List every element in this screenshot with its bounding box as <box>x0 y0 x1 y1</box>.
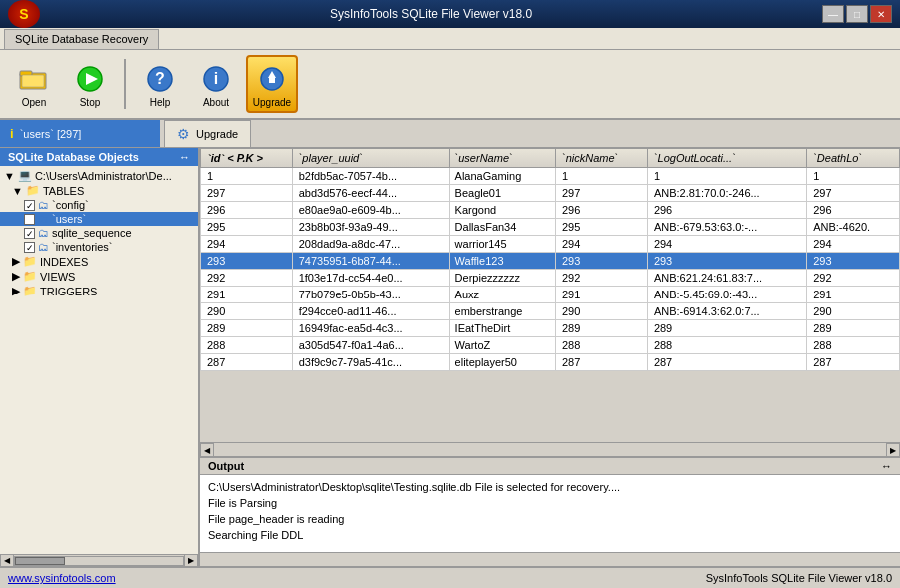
menu-tab-recovery[interactable]: SQLite Database Recovery <box>4 29 159 49</box>
tree-item[interactable]: 🗂 `inventories` <box>0 240 198 254</box>
cell-uuid: d3f9c9c7-79a5-41c... <box>292 354 449 371</box>
cell-death: 293 <box>807 253 900 270</box>
cell-id: 295 <box>201 219 293 236</box>
cell-death: 296 <box>807 202 900 219</box>
checkbox[interactable] <box>24 200 35 211</box>
cell-id: 296 <box>201 202 293 219</box>
scroll-left-btn2[interactable]: ◀ <box>200 443 214 457</box>
upgrade-info-tab[interactable]: ⚙ Upgrade <box>164 120 251 147</box>
data-table-container[interactable]: `id` < P.K >`player_uuid``userName``nick… <box>200 148 900 442</box>
column-header-logout[interactable]: `LogOutLocati...` <box>647 149 806 168</box>
left-scrollbar[interactable]: ◀ ▶ <box>0 554 198 566</box>
upgrade-button[interactable]: Upgrade <box>246 55 298 113</box>
table-row[interactable]: 29177b079e5-0b5b-43...Auxz291ANB:-5.45:6… <box>201 287 900 303</box>
computer-icon: 💻 <box>18 169 32 182</box>
table-row[interactable]: 287d3f9c9c7-79a5-41c...eliteplayer502872… <box>201 354 900 371</box>
website-link[interactable]: www.sysinfotools.com <box>8 572 116 584</box>
cell-username: Beagle01 <box>449 185 555 202</box>
output-scrollbar[interactable] <box>200 552 900 566</box>
status-bar: www.sysinfotools.com SysInfoTools SQLite… <box>0 566 900 588</box>
scroll-left-btn[interactable]: ◀ <box>0 554 14 567</box>
svg-rect-2 <box>22 75 44 87</box>
cell-uuid: abd3d576-eecf-44... <box>292 185 449 202</box>
horiz-scroll-track[interactable] <box>214 443 886 456</box>
tree-item[interactable]: 🗂 sqlite_sequence <box>0 226 198 240</box>
tree-area[interactable]: ▼ 💻 C:\Users\Administrator\De...▼ 📁 TABL… <box>0 166 198 554</box>
minimize-button[interactable]: — <box>822 5 844 23</box>
right-panel: `id` < P.K >`player_uuid``userName``nick… <box>200 148 900 566</box>
cell-username: Auxz <box>449 287 555 303</box>
output-content: C:\Users\Administrator\Desktop\sqlite\Te… <box>200 475 900 552</box>
table-icon: 🗂 <box>38 213 49 225</box>
cell-nickname: 296 <box>555 202 647 219</box>
close-button[interactable]: ✕ <box>870 5 892 23</box>
cell-id: 297 <box>201 185 293 202</box>
table-row[interactable]: 28916949fac-ea5d-4c3...IEatTheDirt289289… <box>201 320 900 337</box>
scroll-right-btn[interactable]: ▶ <box>184 554 198 567</box>
cell-death: 294 <box>807 236 900 253</box>
table-row[interactable]: 296e80ae9a0-e609-4b...Kargond296296296 <box>201 202 900 219</box>
cell-death: 292 <box>807 270 900 287</box>
cell-id: 291 <box>201 287 293 303</box>
column-header-nickname[interactable]: `nickName` <box>555 149 647 168</box>
main-area: SQLite Database Objects ↔ ▼ 💻 C:\Users\A… <box>0 148 900 566</box>
cell-username: Derpiezzzzzz <box>449 270 555 287</box>
cell-logout: 287 <box>647 354 806 371</box>
output-line: C:\Users\Administrator\Desktop\sqlite\Te… <box>208 479 892 495</box>
cell-username: AlanaGaming <box>449 168 555 185</box>
table-row[interactable]: 29374735951-6b87-44...Waffle123293293293 <box>201 253 900 270</box>
tree-item[interactable]: ▶ 📁 INDEXES <box>0 254 198 269</box>
cell-id: 290 <box>201 303 293 320</box>
checkbox[interactable] <box>24 214 35 225</box>
horizontal-scrollbar[interactable]: ◀ ▶ <box>200 442 900 456</box>
maximize-button[interactable]: □ <box>846 5 868 23</box>
table-row[interactable]: 297abd3d576-eecf-44...Beagle01297ANB:2.8… <box>201 185 900 202</box>
cell-logout: ANB:-5.45:69.0:-43... <box>647 287 806 303</box>
cell-nickname: 294 <box>555 236 647 253</box>
scroll-track[interactable] <box>14 556 184 566</box>
table-row[interactable]: 2921f03e17d-cc54-4e0...Derpiezzzzzz292AN… <box>201 270 900 287</box>
table-row[interactable]: 29523b8b03f-93a9-49...DallasFan34295ANB:… <box>201 219 900 236</box>
cell-death: 290 <box>807 303 900 320</box>
table-row[interactable]: 294208dad9a-a8dc-47...warrior14529429429… <box>201 236 900 253</box>
stop-icon <box>72 61 108 97</box>
column-header-death[interactable]: `DeathLo` <box>807 149 900 168</box>
scroll-thumb[interactable] <box>15 557 65 565</box>
checkbox[interactable] <box>24 242 35 253</box>
cell-logout: 293 <box>647 253 806 270</box>
checkbox[interactable] <box>24 228 35 239</box>
cell-id: 287 <box>201 354 293 371</box>
column-header-uuid[interactable]: `player_uuid` <box>292 149 449 168</box>
cell-uuid: b2fdb5ac-7057-4b... <box>292 168 449 185</box>
scroll-right-btn2[interactable]: ▶ <box>886 443 900 457</box>
cell-uuid: e80ae9a0-e609-4b... <box>292 202 449 219</box>
cell-username: WartoZ <box>449 337 555 354</box>
column-header-id[interactable]: `id` < P.K > <box>201 149 293 168</box>
stop-button[interactable]: Stop <box>64 55 116 113</box>
cell-username: Kargond <box>449 202 555 219</box>
tree-item[interactable]: 🗂 `users` <box>0 212 198 226</box>
cell-username: warrior145 <box>449 236 555 253</box>
tree-item[interactable]: ▶ 📁 TRIGGERS <box>0 284 198 298</box>
table-row[interactable]: 1b2fdb5ac-7057-4b...AlanaGaming111 <box>201 168 900 185</box>
help-button[interactable]: ? Help <box>134 55 186 113</box>
cell-id: 293 <box>201 253 293 270</box>
cell-nickname: 297 <box>555 185 647 202</box>
table-icon: 🗂 <box>38 227 49 239</box>
tree-item[interactable]: ▼ 📁 TABLES <box>0 183 198 198</box>
cell-death: 291 <box>807 287 900 303</box>
about-button[interactable]: i About <box>190 55 242 113</box>
toolbar-separator <box>124 59 126 109</box>
upgrade-icon <box>254 61 290 97</box>
column-header-username[interactable]: `userName` <box>449 149 555 168</box>
tree-item[interactable]: 🗂 `config` <box>0 198 198 212</box>
left-panel: SQLite Database Objects ↔ ▼ 💻 C:\Users\A… <box>0 148 200 566</box>
title-bar: S SysInfoTools SQLite File Viewer v18.0 … <box>0 0 900 28</box>
table-row[interactable]: 290f294cce0-ad11-46...emberstrange290ANB… <box>201 303 900 320</box>
table-row[interactable]: 288a305d547-f0a1-4a6...WartoZ288288288 <box>201 337 900 354</box>
tree-item[interactable]: ▼ 💻 C:\Users\Administrator\De... <box>0 168 198 183</box>
open-button[interactable]: Open <box>8 55 60 113</box>
table-header: `id` < P.K >`player_uuid``userName``nick… <box>201 149 900 168</box>
tree-item[interactable]: ▶ 📁 VIEWS <box>0 269 198 284</box>
cell-id: 292 <box>201 270 293 287</box>
